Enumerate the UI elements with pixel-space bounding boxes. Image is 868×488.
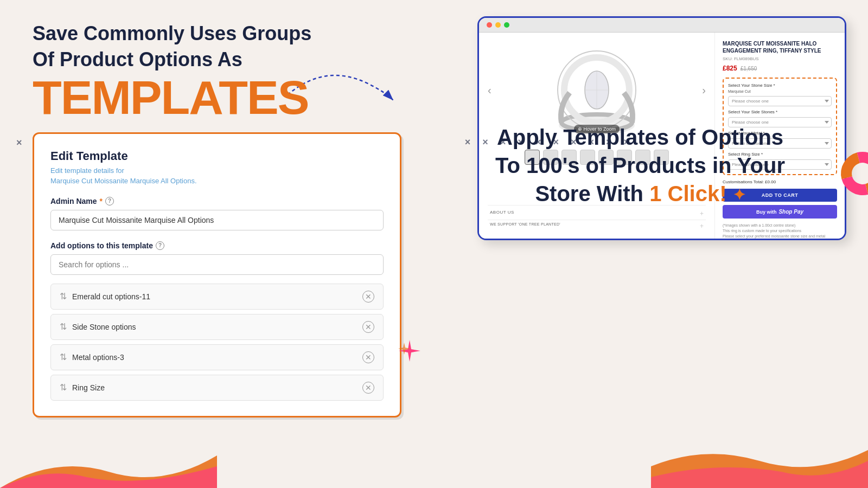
- card-title: Edit Template: [50, 149, 384, 163]
- apply-line-3: Store With 1 Click! ✦: [456, 179, 825, 208]
- browser-bar: [479, 18, 845, 33]
- search-input[interactable]: [50, 254, 384, 275]
- headline-line2: Of Product Options As: [33, 48, 401, 71]
- headline-line1: Save Commonly Uses Groups: [33, 22, 401, 45]
- shoppay-logo: Shop Pay: [778, 209, 803, 215]
- product-title: MARQUISE CUT MOISSANITE HALO ENGAGEMENT …: [723, 40, 837, 54]
- product-note-1: (*Images shown with a 1.00ct centre ston…: [723, 223, 837, 228]
- search-input-wrap: [50, 254, 384, 275]
- about-plus[interactable]: +: [700, 210, 704, 217]
- option-label-side: Select Your Side Stones *: [728, 110, 832, 114]
- add-options-label: Add options to this template ?: [50, 241, 384, 250]
- stone-sublabel: Marquise Cut: [728, 89, 832, 93]
- remove-option-1-button[interactable]: ✕: [362, 291, 374, 303]
- options-list: ⇅ Emerald cut options-11 ✕ ⇅ Side Stone …: [50, 284, 384, 401]
- browser-dot-green: [504, 22, 509, 28]
- next-arrow[interactable]: ›: [702, 84, 706, 97]
- option-label-stone: Select Your Stone Size *: [728, 83, 832, 88]
- option-item-2: ⇅ Side Stone options ✕: [50, 314, 384, 340]
- option-item-3: ⇅ Metal options-3 ✕: [50, 344, 384, 370]
- bottom-right-text: Apply Templates of Options To 100's of P…: [456, 123, 825, 208]
- drag-icon-1[interactable]: ⇅: [60, 291, 67, 301]
- apply-line-1: Apply Templates of Options: [456, 123, 825, 151]
- browser-dot-yellow: [495, 22, 501, 28]
- drag-icon-2[interactable]: ⇅: [60, 322, 67, 332]
- price-new: £825: [723, 65, 737, 72]
- add-options-info-icon[interactable]: ?: [156, 241, 164, 250]
- sparkle-inline-icon: ✦: [733, 187, 745, 203]
- drag-icon-4[interactable]: ⇅: [60, 382, 67, 393]
- browser-dot-red: [487, 22, 492, 28]
- edit-template-card: Edit Template Edit template details for …: [33, 132, 401, 417]
- product-note-3: Please select your preferred moissanite …: [723, 234, 837, 239]
- tree-label: WE SUPPORT 'ONE TREE PLANTED': [490, 222, 560, 230]
- sparkle-decoration: [396, 337, 423, 369]
- card-subtitle: Edit template details for Marquise Cut M…: [50, 166, 384, 185]
- left-section: Save Commonly Uses Groups Of Product Opt…: [33, 22, 401, 418]
- price-row: £825 £1,650: [723, 65, 837, 72]
- admin-name-label: Admin Name * ?: [50, 197, 384, 206]
- drag-icon-3[interactable]: ⇅: [60, 352, 67, 362]
- admin-name-input[interactable]: [50, 210, 384, 230]
- tree-plus[interactable]: +: [700, 222, 704, 230]
- apply-highlight: 1 Click!: [649, 182, 726, 206]
- right-section: ‹: [477, 16, 846, 240]
- product-note-2: This ring is custom made to your specifi…: [723, 228, 837, 234]
- price-old: £1,650: [741, 66, 757, 72]
- remove-option-4-button[interactable]: ✕: [362, 382, 374, 394]
- remove-option-3-button[interactable]: ✕: [362, 351, 374, 363]
- apply-line-2: To 100's of Products in Your: [456, 151, 825, 179]
- stone-size-select[interactable]: Please choose one: [728, 96, 832, 106]
- product-sku: SKU: FLM089BUS: [723, 56, 837, 61]
- about-label: ABOUT US: [490, 210, 514, 217]
- option-item-1: ⇅ Emerald cut options-11 ✕: [50, 284, 384, 310]
- option-item-4: ⇅ Ring Size ✕: [50, 375, 384, 401]
- admin-name-info-icon[interactable]: ?: [105, 197, 114, 206]
- headline-templates: TEMPLATES: [33, 74, 401, 121]
- prev-arrow[interactable]: ‹: [488, 84, 492, 97]
- remove-option-2-button[interactable]: ✕: [362, 321, 374, 333]
